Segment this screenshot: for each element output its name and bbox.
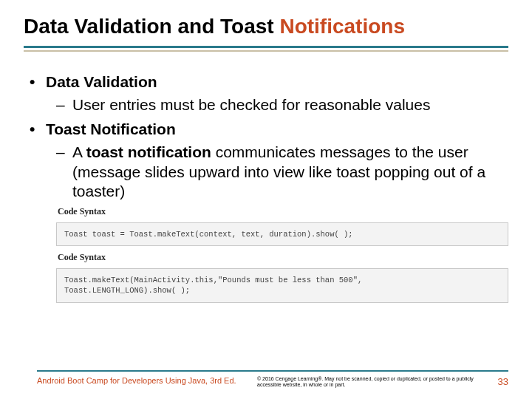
text-prefix: A (72, 143, 86, 160)
dash-marker: – (56, 95, 72, 115)
divider-teal (24, 46, 508, 48)
code-box: Toast.makeText(MainActivity.this,"Pounds… (56, 268, 508, 303)
code-label: Code Syntax (58, 206, 508, 217)
subbullet-toast: – A toast notification communicates mess… (56, 143, 508, 202)
code-syntax-block-2: Code Syntax Toast.makeText(MainActivity.… (56, 252, 508, 303)
page-number: 33 (498, 376, 508, 387)
title-text-plain: Data Validation and Toast (24, 15, 279, 38)
slide-title: Data Validation and Toast Notifications (24, 15, 508, 38)
bullet-toast: • Toast Notification (30, 120, 508, 140)
slide: Data Validation and Toast Notifications … (0, 0, 532, 399)
title-text-accent: Notifications (279, 15, 405, 38)
dash-marker: – (56, 143, 72, 202)
bullet-heading: Toast Notification (46, 120, 176, 140)
subbullet-data-validation: – User entries must be checked for reaso… (56, 95, 508, 115)
footer-row: Android Boot Camp for Developers Using J… (37, 376, 508, 389)
subbullet-text: User entries must be checked for reasona… (72, 95, 430, 115)
slide-footer: Android Boot Camp for Developers Using J… (37, 370, 508, 389)
code-syntax-block-1: Code Syntax Toast toast = Toast.makeText… (56, 206, 508, 246)
divider-tan (24, 50, 508, 52)
text-bold: toast notification (86, 143, 211, 160)
bullet-marker: • (30, 120, 46, 140)
bullet-marker: • (30, 72, 46, 92)
code-box: Toast toast = Toast.makeText(context, te… (56, 222, 508, 247)
code-label: Code Syntax (58, 252, 508, 263)
footer-book-title: Android Boot Camp for Developers Using J… (37, 376, 244, 385)
bullet-data-validation: • Data Validation (30, 72, 508, 92)
content-area: • Data Validation – User entries must be… (24, 72, 508, 303)
footer-copyright: © 2016 Cengage Learning®. May not be sca… (257, 376, 476, 389)
subbullet-text: A toast notification communicates messag… (72, 143, 508, 202)
bullet-heading: Data Validation (46, 72, 157, 92)
footer-divider (37, 370, 508, 372)
